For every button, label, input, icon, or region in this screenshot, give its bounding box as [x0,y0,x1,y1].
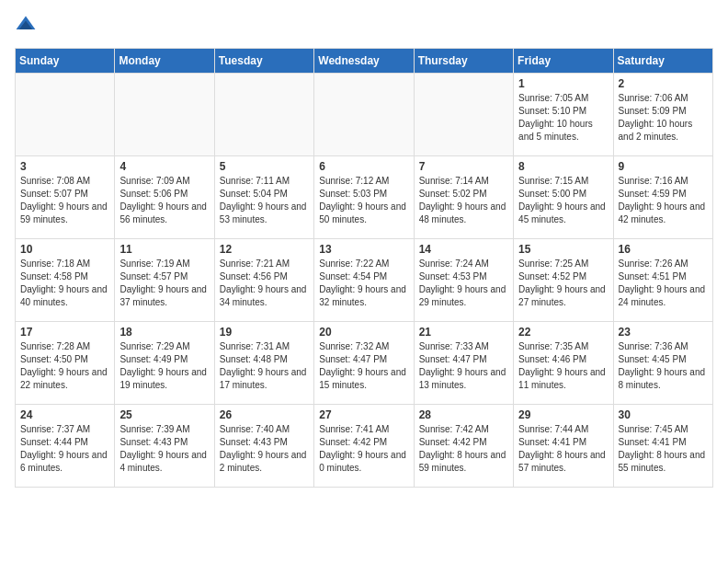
calendar-cell: 17Sunrise: 7:28 AMSunset: 4:50 PMDayligh… [16,322,115,405]
col-header-thursday: Thursday [414,49,513,74]
calendar-cell: 5Sunrise: 7:11 AMSunset: 5:04 PMDaylight… [214,156,313,239]
calendar-cell: 24Sunrise: 7:37 AMSunset: 4:44 PMDayligh… [16,405,115,488]
calendar-cell: 7Sunrise: 7:14 AMSunset: 5:02 PMDaylight… [414,156,513,239]
calendar-cell: 22Sunrise: 7:35 AMSunset: 4:46 PMDayligh… [514,322,613,405]
calendar-cell: 28Sunrise: 7:42 AMSunset: 4:42 PMDayligh… [414,405,513,488]
day-number: 28 [419,408,508,421]
col-header-saturday: Saturday [613,49,712,74]
day-detail: Sunrise: 7:33 AMSunset: 4:47 PMDaylight:… [419,340,508,392]
calendar-cell: 8Sunrise: 7:15 AMSunset: 5:00 PMDaylight… [514,156,613,239]
day-number: 17 [20,326,109,339]
calendar-cell: 9Sunrise: 7:16 AMSunset: 4:59 PMDaylight… [613,156,712,239]
calendar-cell: 1Sunrise: 7:05 AMSunset: 5:10 PMDaylight… [514,74,613,156]
col-header-friday: Friday [514,49,613,74]
day-detail: Sunrise: 7:14 AMSunset: 5:02 PMDaylight:… [419,175,508,226]
calendar-cell: 18Sunrise: 7:29 AMSunset: 4:49 PMDayligh… [115,322,214,405]
calendar-cell: 10Sunrise: 7:18 AMSunset: 4:58 PMDayligh… [16,239,115,322]
day-detail: Sunrise: 7:09 AMSunset: 5:06 PMDaylight:… [119,175,209,226]
day-number: 22 [518,326,608,339]
calendar-cell: 11Sunrise: 7:19 AMSunset: 4:57 PMDayligh… [115,239,214,322]
calendar-cell: 25Sunrise: 7:39 AMSunset: 4:43 PMDayligh… [115,405,214,488]
day-detail: Sunrise: 7:36 AMSunset: 4:45 PMDaylight:… [619,340,708,392]
day-detail: Sunrise: 7:08 AMSunset: 5:07 PMDaylight:… [20,175,109,226]
day-number: 27 [319,408,408,421]
page-header [15,15,713,37]
day-detail: Sunrise: 7:37 AMSunset: 4:44 PMDaylight:… [20,423,109,475]
day-number: 12 [220,243,309,256]
calendar-cell: 12Sunrise: 7:21 AMSunset: 4:56 PMDayligh… [214,239,313,322]
col-header-tuesday: Tuesday [214,49,313,74]
day-number: 26 [220,408,309,421]
day-number: 6 [319,160,408,173]
col-header-wednesday: Wednesday [314,49,414,74]
day-number: 29 [518,408,608,421]
day-detail: Sunrise: 7:42 AMSunset: 4:42 PMDaylight:… [419,423,508,475]
day-detail: Sunrise: 7:40 AMSunset: 4:43 PMDaylight:… [220,423,309,475]
day-detail: Sunrise: 7:16 AMSunset: 4:59 PMDaylight:… [619,175,708,226]
day-number: 3 [20,160,109,173]
day-detail: Sunrise: 7:05 AMSunset: 5:10 PMDaylight:… [518,92,608,144]
day-number: 8 [518,160,608,173]
day-detail: Sunrise: 7:28 AMSunset: 4:50 PMDaylight:… [20,340,109,392]
day-detail: Sunrise: 7:22 AMSunset: 4:54 PMDaylight:… [319,258,408,309]
day-detail: Sunrise: 7:11 AMSunset: 5:04 PMDaylight:… [220,175,309,226]
calendar-cell: 15Sunrise: 7:25 AMSunset: 4:52 PMDayligh… [514,239,613,322]
calendar-cell: 30Sunrise: 7:45 AMSunset: 4:41 PMDayligh… [613,405,712,488]
day-detail: Sunrise: 7:29 AMSunset: 4:49 PMDaylight:… [119,340,209,392]
day-number: 18 [119,326,209,339]
calendar-cell: 16Sunrise: 7:26 AMSunset: 4:51 PMDayligh… [613,239,712,322]
day-detail: Sunrise: 7:26 AMSunset: 4:51 PMDaylight:… [619,258,708,309]
day-number: 20 [319,326,408,339]
day-detail: Sunrise: 7:41 AMSunset: 4:42 PMDaylight:… [319,423,408,475]
calendar-cell: 26Sunrise: 7:40 AMSunset: 4:43 PMDayligh… [214,405,313,488]
day-detail: Sunrise: 7:32 AMSunset: 4:47 PMDaylight:… [319,340,408,392]
day-detail: Sunrise: 7:18 AMSunset: 4:58 PMDaylight:… [20,258,109,309]
calendar-cell: 4Sunrise: 7:09 AMSunset: 5:06 PMDaylight… [115,156,214,239]
calendar-cell: 14Sunrise: 7:24 AMSunset: 4:53 PMDayligh… [414,239,513,322]
day-detail: Sunrise: 7:06 AMSunset: 5:09 PMDaylight:… [619,92,708,144]
calendar-cell [414,74,513,156]
day-detail: Sunrise: 7:44 AMSunset: 4:41 PMDaylight:… [518,423,608,475]
col-header-sunday: Sunday [16,49,115,74]
day-number: 16 [619,243,708,256]
calendar-cell [314,74,414,156]
day-number: 13 [319,243,408,256]
calendar-cell: 13Sunrise: 7:22 AMSunset: 4:54 PMDayligh… [314,239,414,322]
day-number: 30 [619,408,708,421]
day-number: 10 [20,243,109,256]
calendar-cell: 20Sunrise: 7:32 AMSunset: 4:47 PMDayligh… [314,322,414,405]
day-number: 4 [119,160,209,173]
calendar-cell [214,74,313,156]
day-detail: Sunrise: 7:25 AMSunset: 4:52 PMDaylight:… [518,258,608,309]
day-number: 9 [619,160,708,173]
day-detail: Sunrise: 7:19 AMSunset: 4:57 PMDaylight:… [119,258,209,309]
day-number: 23 [619,326,708,339]
day-detail: Sunrise: 7:39 AMSunset: 4:43 PMDaylight:… [119,423,209,475]
day-detail: Sunrise: 7:12 AMSunset: 5:03 PMDaylight:… [319,175,408,226]
calendar-cell: 3Sunrise: 7:08 AMSunset: 5:07 PMDaylight… [16,156,115,239]
calendar-cell: 19Sunrise: 7:31 AMSunset: 4:48 PMDayligh… [214,322,313,405]
day-number: 11 [119,243,209,256]
day-number: 14 [419,243,508,256]
day-number: 25 [119,408,209,421]
day-detail: Sunrise: 7:35 AMSunset: 4:46 PMDaylight:… [518,340,608,392]
calendar-cell [16,74,115,156]
day-detail: Sunrise: 7:24 AMSunset: 4:53 PMDaylight:… [419,258,508,309]
day-number: 15 [518,243,608,256]
col-header-monday: Monday [115,49,214,74]
logo [15,15,40,37]
calendar-table: SundayMondayTuesdayWednesdayThursdayFrid… [15,48,713,488]
calendar-cell: 27Sunrise: 7:41 AMSunset: 4:42 PMDayligh… [314,405,414,488]
day-detail: Sunrise: 7:15 AMSunset: 5:00 PMDaylight:… [518,175,608,226]
day-number: 21 [419,326,508,339]
day-detail: Sunrise: 7:45 AMSunset: 4:41 PMDaylight:… [619,423,708,475]
day-number: 24 [20,408,109,421]
day-number: 5 [220,160,309,173]
logo-icon [15,15,37,37]
day-number: 1 [518,77,608,90]
day-number: 19 [220,326,309,339]
calendar-cell [115,74,214,156]
calendar-cell: 2Sunrise: 7:06 AMSunset: 5:09 PMDaylight… [613,74,712,156]
calendar-cell: 29Sunrise: 7:44 AMSunset: 4:41 PMDayligh… [514,405,613,488]
day-number: 2 [619,77,708,90]
